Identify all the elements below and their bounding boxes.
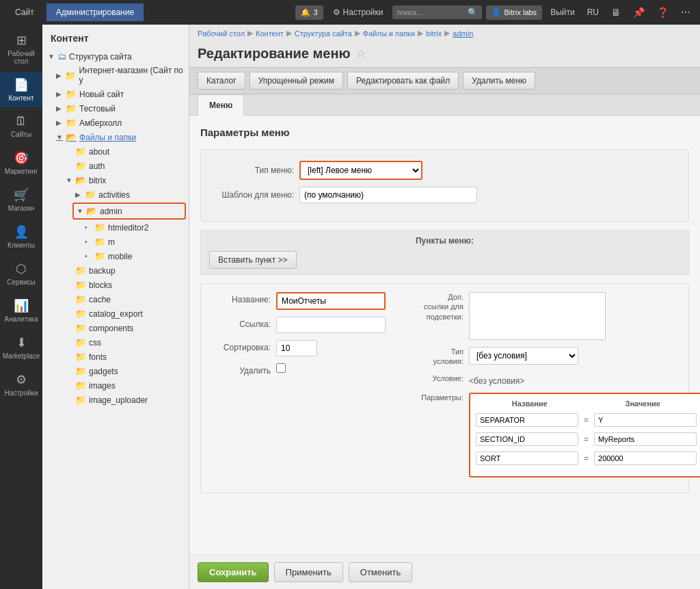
tab-menu[interactable]: Меню: [198, 94, 244, 116]
tree-item-m[interactable]: • 📁 m: [42, 235, 189, 249]
folder-icon: 📂: [86, 206, 97, 216]
tree-item-label: images: [89, 381, 116, 391]
edit-as-file-button[interactable]: Редактировать как файл: [347, 72, 459, 90]
monitor-icon-button[interactable]: 🖥: [607, 4, 625, 21]
tree-item-components[interactable]: 📁 components: [42, 321, 189, 335]
delete-checkbox[interactable]: [276, 363, 286, 373]
tree-item-image-uploader[interactable]: 📁 image_uploader: [42, 393, 189, 407]
tree-item-backup[interactable]: 📁 backup: [42, 263, 189, 278]
spacer: [66, 148, 72, 155]
favorite-star-icon[interactable]: ☆: [356, 47, 366, 60]
tree-nav-title: Контент: [42, 30, 189, 49]
breadcrumb-link-workdesk[interactable]: Рабочий стол: [198, 29, 245, 38]
sidebar-item-workdesk[interactable]: ⊞ Рабочий стол: [0, 27, 42, 70]
tree-item-auth[interactable]: 📁 auth: [42, 159, 189, 173]
sidebar-item-marketing[interactable]: 🎯 Маркетинг: [0, 145, 42, 181]
arrow-icon: ▼: [66, 176, 72, 184]
param-value-0[interactable]: [594, 413, 697, 427]
breadcrumb-sep: ▶: [444, 29, 450, 38]
tree-item-amberhole[interactable]: ▶ 📁 Амберхолл: [42, 116, 189, 130]
tree-item-admin[interactable]: ▼ 📂 admin: [74, 204, 185, 218]
apply-button[interactable]: Применить: [274, 562, 343, 582]
condition-type-row: Типусловия: [без условия]: [402, 347, 700, 367]
tree-item-fonts[interactable]: 📁 fonts: [42, 350, 189, 364]
tab-site[interactable]: Сайт: [5, 0, 44, 25]
settings-button[interactable]: ⚙ Настройки: [327, 5, 389, 20]
tree-item-structure[interactable]: ▼ 🗂 Структура сайта: [42, 49, 189, 64]
breadcrumb-link-structure[interactable]: Структура сайта: [295, 29, 352, 38]
sidebar-item-sites[interactable]: 🗓 Сайты: [0, 109, 42, 144]
sidebar-item-services[interactable]: ⬡ Сервисы: [0, 256, 42, 291]
tree-item-label: image_uploader: [89, 395, 148, 405]
tree-item-css[interactable]: 📁 css: [42, 335, 189, 350]
tree-navigation: Контент ▼ 🗂 Структура сайта ▶ 📁 Интернет…: [42, 25, 189, 589]
more-icon-button[interactable]: ⋯: [677, 4, 695, 21]
simplified-mode-button[interactable]: Упрощенный режим: [250, 72, 343, 90]
tree-item-blocks[interactable]: 📁 blocks: [42, 278, 189, 292]
tree-item-cache[interactable]: 📁 cache: [42, 292, 189, 306]
folder-icon: 📁: [75, 380, 86, 391]
tree-item-label: catalog_export: [89, 309, 143, 319]
sidebar-item-marketplace[interactable]: ⬇ Marketplace: [0, 330, 42, 365]
breadcrumb-link-files[interactable]: Файлы и папки: [363, 29, 415, 38]
tree-item-label: fonts: [89, 352, 107, 362]
tree-item-label: cache: [89, 295, 111, 304]
tree-item-gadgets[interactable]: 📁 gadgets: [42, 364, 189, 378]
link-row: Ссылка:: [209, 317, 386, 333]
folder-icon: 📂: [75, 175, 86, 185]
sidebar-item-content[interactable]: 📄 Контент: [0, 72, 42, 107]
breadcrumb-link-admin[interactable]: admin: [453, 29, 473, 38]
tree-item-new-site[interactable]: ▶ 📁 Новый сайт: [42, 87, 189, 101]
tree-item-label: Интернет-магазин (Сайт по у: [79, 66, 183, 85]
notify-button[interactable]: 🔔 3: [295, 5, 323, 20]
tree-item-about[interactable]: 📁 about: [42, 144, 189, 159]
sort-input[interactable]: [276, 340, 317, 356]
save-button[interactable]: Сохранить: [198, 562, 269, 582]
marketplace-icon: ⬇: [16, 335, 27, 350]
menu-type-select[interactable]: [left] Левое меню: [299, 161, 422, 180]
link-input[interactable]: [276, 317, 386, 333]
tree-item-htmleditor2[interactable]: • 📁 htmleditor2: [42, 220, 189, 235]
bullet: •: [85, 224, 92, 231]
tab-bar: Меню: [189, 94, 700, 116]
sidebar-item-shop[interactable]: 🛒 Магазин: [0, 182, 42, 218]
tree-item-activities[interactable]: ▶ 📁 activities: [42, 187, 189, 202]
breadcrumb-sep: ▶: [286, 29, 292, 38]
insert-point-button[interactable]: Вставить пункт >>: [209, 251, 297, 269]
name-input[interactable]: [276, 292, 386, 310]
pin-icon-button[interactable]: 📌: [629, 4, 649, 21]
sidebar-item-label: Рабочий стол: [3, 50, 40, 65]
user-button[interactable]: 👤 Bitrix labs: [486, 5, 542, 20]
tree-item-test[interactable]: ▶ 📁 Тестовый: [42, 101, 189, 116]
tree-item-bitrix[interactable]: ▼ 📂 bitrix: [42, 173, 189, 187]
help-icon-button[interactable]: ❓: [653, 4, 673, 21]
catalog-button[interactable]: Каталог: [198, 72, 245, 90]
menu-template-input[interactable]: [299, 187, 477, 203]
param-name-0[interactable]: [476, 413, 578, 427]
sidebar-item-settings[interactable]: ⚙ Настройки: [0, 367, 42, 402]
param-name-2[interactable]: [476, 451, 578, 465]
cancel-button[interactable]: Отменить: [349, 562, 412, 582]
param-name-1[interactable]: [476, 432, 578, 446]
search-input[interactable]: [396, 8, 465, 16]
params-form: Тип меню: [left] Левое меню Шаблон для м…: [200, 149, 689, 222]
param-value-2[interactable]: [594, 451, 697, 465]
sidebar-item-analytics[interactable]: 📊 Аналитика: [0, 293, 42, 328]
tree-item-internet-shop[interactable]: ▶ 📁 Интернет-магазин (Сайт по у: [42, 64, 189, 87]
delete-menu-button[interactable]: Удалить меню: [463, 72, 535, 90]
dop-links-textarea[interactable]: [469, 292, 606, 340]
tree-item-mobile[interactable]: • 📁 mobile: [42, 249, 189, 263]
breadcrumb-link-bitrix[interactable]: bitrix: [426, 29, 442, 38]
tree-item-images[interactable]: 📁 images: [42, 378, 189, 393]
exit-button[interactable]: Выйти: [546, 5, 579, 20]
menu-template-label: Шаблон для меню:: [212, 190, 294, 200]
sidebar-item-clients[interactable]: 👤 Клиенты: [0, 219, 42, 254]
tree-item-catalog-export[interactable]: 📁 catalog_export: [42, 306, 189, 321]
tree-item-files-folders[interactable]: ▼ 📂 Файлы и папки: [42, 130, 189, 144]
language-button[interactable]: RU: [583, 5, 603, 20]
arrow-icon: ▶: [75, 191, 82, 198]
condition-type-select[interactable]: [без условия]: [469, 347, 578, 365]
param-value-1[interactable]: [594, 432, 697, 446]
breadcrumb-link-content[interactable]: Контент: [256, 29, 284, 38]
tab-admin[interactable]: Администрирование: [46, 3, 144, 21]
